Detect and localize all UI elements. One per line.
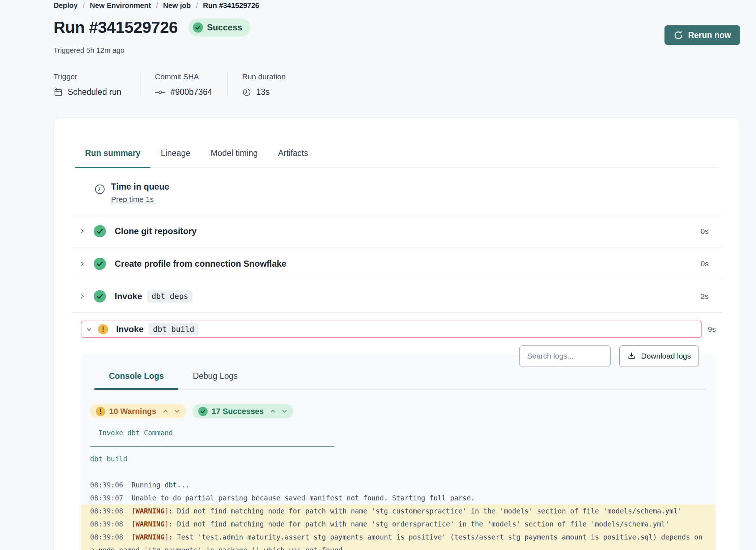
success-check-icon <box>94 258 106 270</box>
warning-icon <box>96 407 105 416</box>
chevron-up-icon[interactable] <box>270 408 276 414</box>
download-logs-button[interactable]: Download logs <box>619 345 699 367</box>
run-meta: Trigger Scheduled run Commit SHA #900b73… <box>54 72 301 97</box>
page-title: Run #341529726 <box>54 18 178 37</box>
commit-icon <box>155 89 166 95</box>
step-row-dbt-build-header[interactable]: Invoke dbt build <box>81 321 702 338</box>
step-command-chip: dbt build <box>149 323 199 335</box>
breadcrumb-deploy[interactable]: Deploy <box>54 1 78 10</box>
success-check-icon <box>94 225 106 237</box>
queue-clock-icon <box>94 183 106 204</box>
log-header: Console Logs Debug Logs Download logs <box>90 355 706 390</box>
success-check-icon <box>94 290 106 302</box>
meta-trigger-value: Scheduled run <box>68 87 121 97</box>
success-check-icon <box>198 407 208 416</box>
console-logs-panel: Console Logs Debug Logs Download logs 10… <box>81 355 715 550</box>
status-badge-label: Success <box>207 22 242 33</box>
download-icon <box>627 352 636 360</box>
successes-badge[interactable]: 17 Successes <box>192 404 293 418</box>
chevron-down-icon[interactable] <box>86 326 92 333</box>
warning-icon <box>98 324 108 334</box>
meta-duration: Run duration 13s <box>227 72 301 97</box>
chevron-right-icon[interactable] <box>79 260 85 267</box>
step-row-create-profile[interactable]: Create profile from connection Snowflake… <box>71 248 722 280</box>
breadcrumb-new-environment[interactable]: New Environment <box>90 1 151 10</box>
title-row: Run #341529726 Success <box>54 18 250 37</box>
chevron-down-icon[interactable] <box>174 408 180 414</box>
refresh-icon <box>674 30 683 40</box>
step-row-dbt-build: Invoke dbt build 9s <box>71 313 722 338</box>
warnings-badge-label: 10 Warnings <box>109 407 156 416</box>
chevron-up-icon[interactable] <box>162 408 169 414</box>
log-tabs: Console Logs Debug Logs <box>94 371 706 389</box>
download-logs-label: Download logs <box>641 352 691 360</box>
tab-console-logs[interactable]: Console Logs <box>94 371 178 390</box>
tab-lineage[interactable]: Lineage <box>150 141 200 168</box>
log-filter-badges: 10 Warnings 17 Successes <box>90 404 715 418</box>
breadcrumb: Deploy / New Environment / New job / Run… <box>54 1 259 10</box>
log-line-warning: 08:39:08 [WARNING]: Did not find matchin… <box>81 517 715 530</box>
time-in-queue-section: Time in queue Prep time 1s <box>54 168 740 215</box>
rerun-now-label: Rerun now <box>688 30 731 40</box>
breadcrumb-current-run: Run #341529726 <box>203 1 259 10</box>
log-line: 08:39:06 Running dbt... <box>81 478 715 491</box>
step-duration: 2s <box>701 292 709 301</box>
log-command-line: dbt build <box>81 452 715 465</box>
meta-commit-value: #900b7364 <box>170 87 212 97</box>
breadcrumb-separator: / <box>196 1 198 10</box>
log-output: Invoke dbt Command —————————————————————… <box>81 426 715 550</box>
rerun-now-button[interactable]: Rerun now <box>664 25 740 45</box>
search-logs-input[interactable] <box>519 345 611 367</box>
step-command-chip: dbt deps <box>147 290 192 302</box>
log-actions: Download logs <box>519 345 699 367</box>
breadcrumb-separator: / <box>83 1 85 10</box>
success-check-icon <box>193 22 203 33</box>
meta-commit-label: Commit SHA <box>155 72 212 81</box>
meta-trigger-label: Trigger <box>54 72 121 81</box>
step-row-clone-git[interactable]: Clone git repository 0s <box>71 215 722 248</box>
successes-badge-label: 17 Successes <box>212 407 264 416</box>
step-duration: 9s <box>708 325 716 334</box>
step-label: Create profile from connection Snowflake <box>115 259 286 269</box>
log-line: 08:39:07 Unable to do partial parsing be… <box>81 491 715 504</box>
triggered-text: Triggered 5h 12m ago <box>54 46 124 55</box>
tab-run-summary[interactable]: Run summary <box>75 141 150 168</box>
prep-time-link[interactable]: Prep time 1s <box>111 195 169 204</box>
step-label: Invoke <box>115 291 142 301</box>
step-label: Clone git repository <box>115 226 197 236</box>
step-duration: 0s <box>701 259 709 268</box>
tab-artifacts[interactable]: Artifacts <box>268 141 318 168</box>
run-summary-card: Run summary Lineage Model timing Artifac… <box>54 118 740 550</box>
log-line-warning: 08:39:08 [WARNING]: Test 'test.admin_mat… <box>81 530 715 550</box>
log-line-warning: 08:39:08 [WARNING]: Did not find matchin… <box>81 504 715 517</box>
log-blank-line <box>81 465 715 478</box>
step-duration: 0s <box>701 227 709 236</box>
step-row-dbt-deps[interactable]: Invoke dbt deps 2s <box>71 280 722 313</box>
meta-commit: Commit SHA #900b7364 <box>140 72 227 97</box>
meta-duration-value: 13s <box>256 87 269 97</box>
log-separator-line: ————————————————————————————————————————… <box>81 439 715 452</box>
log-command-line: Invoke dbt Command <box>81 426 715 439</box>
chevron-right-icon[interactable] <box>79 293 85 300</box>
meta-trigger: Trigger Scheduled run <box>54 72 140 97</box>
breadcrumb-separator: / <box>156 1 158 10</box>
run-tabs: Run summary Lineage Model timing Artifac… <box>75 141 719 168</box>
tab-model-timing[interactable]: Model timing <box>200 141 268 168</box>
meta-duration-label: Run duration <box>242 72 285 81</box>
warnings-badge[interactable]: 10 Warnings <box>90 404 186 418</box>
clock-icon <box>242 88 251 97</box>
chevron-down-icon[interactable] <box>281 408 288 414</box>
calendar-icon <box>54 88 63 97</box>
tab-debug-logs[interactable]: Debug Logs <box>178 371 252 390</box>
step-label: Invoke <box>116 324 144 334</box>
chevron-right-icon[interactable] <box>79 228 85 235</box>
breadcrumb-new-job[interactable]: New job <box>163 1 191 10</box>
status-badge: Success <box>188 18 250 37</box>
queue-title: Time in queue <box>111 182 169 192</box>
